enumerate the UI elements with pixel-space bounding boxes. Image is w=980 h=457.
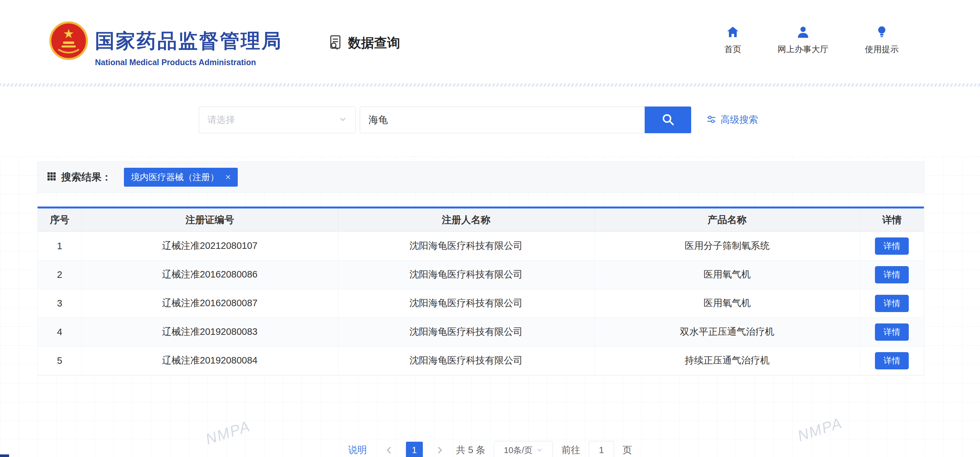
chevron-down-icon <box>536 445 543 455</box>
magnifier-icon <box>661 112 675 128</box>
org-name-zh: 国家药品监督管理局 <box>95 28 282 54</box>
cell-registrant-name: 沈阳海龟医疗科技有限公司 <box>338 318 594 346</box>
detail-button[interactable]: 详情 <box>875 352 909 369</box>
detail-button[interactable]: 详情 <box>875 238 909 255</box>
goto-label: 前往 <box>562 444 580 457</box>
module-title-label: 数据查询 <box>348 34 400 52</box>
page-number-1[interactable]: 1 <box>406 442 423 457</box>
cell-detail: 详情 <box>860 318 924 346</box>
table-body: 1 辽械注准20212080107 沈阳海龟医疗科技有限公司 医用分子筛制氧系统… <box>38 232 924 375</box>
cell-registration-number: 辽械注准20192080083 <box>82 318 338 346</box>
header-divider <box>0 83 980 87</box>
col-header-product-name: 产品名称 <box>594 208 860 232</box>
col-header-detail: 详情 <box>860 208 924 232</box>
chevron-down-icon <box>339 115 347 125</box>
category-placeholder: 请选择 <box>207 114 235 126</box>
goto-page-input[interactable] <box>589 441 614 457</box>
cell-product-name: 持续正压通气治疗机 <box>594 346 860 375</box>
cell-detail: 详情 <box>860 289 924 318</box>
col-header-registrant-name: 注册人名称 <box>338 208 594 232</box>
brand-block: 国家药品监督管理局 National Medical Products Admi… <box>95 28 282 67</box>
next-page-button[interactable] <box>431 442 447 457</box>
cell-index: 3 <box>38 289 82 318</box>
cell-product-name: 医用氧气机 <box>594 260 860 289</box>
org-name-en: National Medical Products Administration <box>95 58 282 67</box>
advanced-search-label: 高级搜索 <box>721 113 758 126</box>
col-header-index: 序号 <box>38 208 82 232</box>
header-nav: 首页 网上办事大厅 使用提示 <box>724 26 899 55</box>
note-link[interactable]: 说明 <box>348 444 367 457</box>
grid-icon <box>47 172 57 183</box>
footer-edge <box>0 454 9 457</box>
cell-product-name: 双水平正压通气治疗机 <box>594 318 860 346</box>
table-row: 3 辽械注准20162080087 沈阳海龟医疗科技有限公司 医用氧气机 详情 <box>38 289 924 318</box>
main-content: NMPA NMPA 请选择 高级搜索 <box>0 87 980 457</box>
chevron-right-icon <box>435 446 444 455</box>
cell-registrant-name: 沈阳海龟医疗科技有限公司 <box>338 346 594 375</box>
cell-detail: 详情 <box>860 346 924 375</box>
goto-suffix-label: 页 <box>622 444 632 457</box>
search-button[interactable] <box>645 107 691 133</box>
search-input[interactable] <box>360 107 645 133</box>
sliders-icon <box>706 114 716 126</box>
user-icon <box>797 26 810 40</box>
results-bar: 搜索结果： 境内医疗器械（注册） × <box>37 161 924 193</box>
cell-registrant-name: 沈阳海龟医疗科技有限公司 <box>338 260 594 289</box>
nmpa-emblem-logo <box>49 21 89 61</box>
results-label: 搜索结果： <box>61 170 111 184</box>
chevron-left-icon <box>385 446 394 455</box>
cell-product-name: 医用氧气机 <box>594 289 860 318</box>
cell-index: 2 <box>38 260 82 289</box>
module-title: 数据查询 <box>328 34 400 52</box>
filter-tag[interactable]: 境内医疗器械（注册） × <box>124 168 238 187</box>
cell-registration-number: 辽械注准20162080087 <box>82 289 338 318</box>
category-select[interactable]: 请选择 <box>199 107 355 133</box>
total-count: 共 5 条 <box>456 444 485 457</box>
page-size-select[interactable]: 10条/页 <box>494 441 553 457</box>
cell-registration-number: 辽械注准20162080086 <box>82 260 338 289</box>
detail-button[interactable]: 详情 <box>875 295 909 312</box>
nav-item-service-hall[interactable]: 网上办事大厅 <box>778 26 829 55</box>
data-query-icon <box>328 35 344 51</box>
cell-index: 5 <box>38 346 82 375</box>
nav-label-usage-tips: 使用提示 <box>865 44 899 55</box>
col-header-registration-number: 注册证编号 <box>82 208 338 232</box>
filter-tag-label: 境内医疗器械（注册） <box>131 171 219 183</box>
cell-registration-number: 辽械注准20192080084 <box>82 346 338 375</box>
detail-button[interactable]: 详情 <box>875 266 909 283</box>
cell-registrant-name: 沈阳海龟医疗科技有限公司 <box>338 289 594 318</box>
cell-registrant-name: 沈阳海龟医疗科技有限公司 <box>338 232 594 260</box>
cell-index: 1 <box>38 232 82 260</box>
bulb-icon <box>875 26 888 40</box>
results-table: 序号 注册证编号 注册人名称 产品名称 详情 1 辽械注准20212080107… <box>37 206 924 376</box>
table-row: 5 辽械注准20192080084 沈阳海龟医疗科技有限公司 持续正压通气治疗机… <box>38 346 924 375</box>
table-row: 2 辽械注准20162080086 沈阳海龟医疗科技有限公司 医用氧气机 详情 <box>38 260 924 289</box>
cell-index: 4 <box>38 318 82 346</box>
table-header-row: 序号 注册证编号 注册人名称 产品名称 详情 <box>38 208 924 232</box>
page-size-label: 10条/页 <box>504 444 533 456</box>
detail-button[interactable]: 详情 <box>875 323 909 341</box>
cell-detail: 详情 <box>860 260 924 289</box>
table-row: 4 辽械注准20192080083 沈阳海龟医疗科技有限公司 双水平正压通气治疗… <box>38 318 924 346</box>
cell-product-name: 医用分子筛制氧系统 <box>594 232 860 260</box>
pagination: 说明 1 共 5 条 10条/页 前往 页 <box>0 441 980 457</box>
table-row: 1 辽械注准20212080107 沈阳海龟医疗科技有限公司 医用分子筛制氧系统… <box>38 232 924 260</box>
nav-item-home[interactable]: 首页 <box>724 26 741 55</box>
search-bar: 请选择 高级搜索 <box>199 107 758 133</box>
nav-item-usage-tips[interactable]: 使用提示 <box>865 26 899 55</box>
nav-label-service-hall: 网上办事大厅 <box>778 44 829 55</box>
cell-detail: 详情 <box>860 232 924 260</box>
home-icon <box>726 26 739 40</box>
nav-label-home: 首页 <box>724 44 741 55</box>
site-header: 国家药品监督管理局 National Medical Products Admi… <box>0 0 980 83</box>
advanced-search-link[interactable]: 高级搜索 <box>706 113 758 126</box>
cell-registration-number: 辽械注准20212080107 <box>82 232 338 260</box>
prev-page-button[interactable] <box>381 442 398 457</box>
national-emblem-icon <box>49 21 89 61</box>
tag-close-icon[interactable]: × <box>225 172 231 182</box>
